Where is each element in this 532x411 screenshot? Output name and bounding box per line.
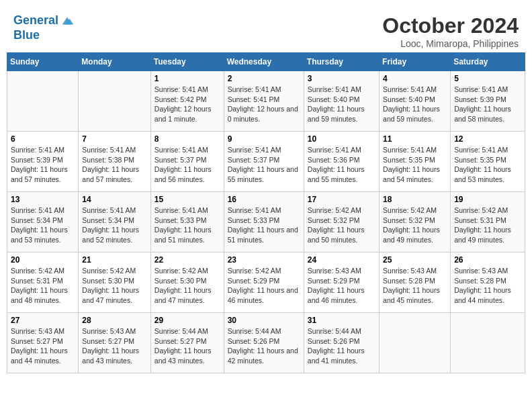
logo-icon <box>60 13 75 28</box>
calendar-cell <box>79 71 150 132</box>
day-info: Sunrise: 5:41 AMSunset: 5:36 PMDaylight:… <box>308 146 365 183</box>
day-number: 9 <box>228 134 300 144</box>
calendar-cell: 12 Sunrise: 5:41 AMSunset: 5:35 PMDaylig… <box>451 132 525 192</box>
calendar-cell: 27 Sunrise: 5:43 AMSunset: 5:27 PMDaylig… <box>7 313 79 373</box>
day-info: Sunrise: 5:41 AMSunset: 5:37 PMDaylight:… <box>154 146 212 183</box>
day-info: Sunrise: 5:41 AMSunset: 5:40 PMDaylight:… <box>308 85 365 123</box>
day-number: 14 <box>82 195 146 204</box>
day-number: 21 <box>82 255 146 265</box>
calendar-cell <box>380 313 451 373</box>
day-number: 7 <box>82 134 146 144</box>
day-number: 26 <box>454 255 521 265</box>
day-info: Sunrise: 5:44 AMSunset: 5:26 PMDaylight:… <box>308 327 365 365</box>
calendar-cell: 16 Sunrise: 5:41 AMSunset: 5:33 PMDaylig… <box>224 192 304 253</box>
month-title: October 2024 <box>382 13 519 38</box>
calendar-cell: 15 Sunrise: 5:41 AMSunset: 5:33 PMDaylig… <box>150 192 224 253</box>
calendar-cell: 30 Sunrise: 5:44 AMSunset: 5:26 PMDaylig… <box>224 313 304 373</box>
day-info: Sunrise: 5:43 AMSunset: 5:27 PMDaylight:… <box>82 327 139 365</box>
calendar-week-1: 1 Sunrise: 5:41 AMSunset: 5:42 PMDayligh… <box>7 71 525 132</box>
day-number: 4 <box>383 74 447 83</box>
day-info: Sunrise: 5:41 AMSunset: 5:37 PMDaylight:… <box>228 146 298 183</box>
calendar-cell: 11 Sunrise: 5:41 AMSunset: 5:35 PMDaylig… <box>380 132 451 192</box>
day-number: 24 <box>308 255 375 265</box>
day-number: 29 <box>154 316 220 325</box>
day-number: 12 <box>454 134 521 144</box>
day-number: 3 <box>308 74 375 83</box>
day-number: 22 <box>154 255 220 265</box>
day-info: Sunrise: 5:41 AMSunset: 5:33 PMDaylight:… <box>154 206 212 244</box>
day-number: 20 <box>11 255 75 265</box>
page-header: General Blue October 2024 Looc, Mimaropa… <box>7 7 525 52</box>
day-number: 17 <box>308 195 375 204</box>
header-row: SundayMondayTuesdayWednesdayThursdayFrid… <box>7 53 525 71</box>
day-info: Sunrise: 5:41 AMSunset: 5:39 PMDaylight:… <box>11 146 68 183</box>
calendar-cell: 28 Sunrise: 5:43 AMSunset: 5:27 PMDaylig… <box>79 313 150 373</box>
calendar-week-4: 20 Sunrise: 5:42 AMSunset: 5:31 PMDaylig… <box>7 253 525 313</box>
day-info: Sunrise: 5:41 AMSunset: 5:34 PMDaylight:… <box>11 206 68 244</box>
day-number: 30 <box>228 316 300 325</box>
weekday-header-monday: Monday <box>79 53 150 71</box>
day-info: Sunrise: 5:42 AMSunset: 5:30 PMDaylight:… <box>82 267 139 304</box>
weekday-header-thursday: Thursday <box>304 53 379 71</box>
calendar-cell: 2 Sunrise: 5:41 AMSunset: 5:41 PMDayligh… <box>224 71 304 132</box>
day-info: Sunrise: 5:42 AMSunset: 5:31 PMDaylight:… <box>11 267 68 304</box>
day-info: Sunrise: 5:42 AMSunset: 5:29 PMDaylight:… <box>228 267 298 304</box>
day-number: 15 <box>154 195 220 204</box>
day-number: 10 <box>308 134 375 144</box>
day-number: 18 <box>383 195 447 204</box>
day-info: Sunrise: 5:41 AMSunset: 5:35 PMDaylight:… <box>383 146 440 183</box>
day-info: Sunrise: 5:41 AMSunset: 5:38 PMDaylight:… <box>82 146 139 183</box>
calendar-cell: 17 Sunrise: 5:42 AMSunset: 5:32 PMDaylig… <box>304 192 379 253</box>
logo-text2: Blue <box>13 28 75 43</box>
day-number: 19 <box>454 195 521 204</box>
day-info: Sunrise: 5:41 AMSunset: 5:39 PMDaylight:… <box>454 85 511 123</box>
calendar-cell: 10 Sunrise: 5:41 AMSunset: 5:36 PMDaylig… <box>304 132 379 192</box>
calendar-cell: 19 Sunrise: 5:42 AMSunset: 5:31 PMDaylig… <box>451 192 525 253</box>
day-number: 31 <box>308 316 375 325</box>
weekday-header-sunday: Sunday <box>7 53 79 71</box>
calendar-table: SundayMondayTuesdayWednesdayThursdayFrid… <box>7 52 525 373</box>
calendar-cell: 1 Sunrise: 5:41 AMSunset: 5:42 PMDayligh… <box>150 71 224 132</box>
day-info: Sunrise: 5:43 AMSunset: 5:28 PMDaylight:… <box>383 267 440 304</box>
day-info: Sunrise: 5:42 AMSunset: 5:32 PMDaylight:… <box>383 206 440 244</box>
day-info: Sunrise: 5:41 AMSunset: 5:40 PMDaylight:… <box>383 85 440 123</box>
weekday-header-wednesday: Wednesday <box>224 53 304 71</box>
title-area: October 2024 Looc, Mimaropa, Philippines <box>382 13 519 49</box>
calendar-cell: 6 Sunrise: 5:41 AMSunset: 5:39 PMDayligh… <box>7 132 79 192</box>
day-info: Sunrise: 5:41 AMSunset: 5:35 PMDaylight:… <box>454 146 511 183</box>
location-text: Looc, Mimaropa, Philippines <box>382 38 519 49</box>
day-info: Sunrise: 5:42 AMSunset: 5:30 PMDaylight:… <box>154 267 212 304</box>
day-number: 13 <box>11 195 75 204</box>
day-info: Sunrise: 5:44 AMSunset: 5:27 PMDaylight:… <box>154 327 212 365</box>
day-number: 2 <box>228 74 300 83</box>
day-number: 8 <box>154 134 220 144</box>
calendar-cell: 20 Sunrise: 5:42 AMSunset: 5:31 PMDaylig… <box>7 253 79 313</box>
calendar-cell: 25 Sunrise: 5:43 AMSunset: 5:28 PMDaylig… <box>380 253 451 313</box>
day-info: Sunrise: 5:44 AMSunset: 5:26 PMDaylight:… <box>228 327 298 365</box>
calendar-cell: 29 Sunrise: 5:44 AMSunset: 5:27 PMDaylig… <box>150 313 224 373</box>
day-info: Sunrise: 5:43 AMSunset: 5:29 PMDaylight:… <box>308 267 365 304</box>
calendar-cell: 13 Sunrise: 5:41 AMSunset: 5:34 PMDaylig… <box>7 192 79 253</box>
day-number: 11 <box>383 134 447 144</box>
logo-text: General <box>13 13 58 28</box>
calendar-week-5: 27 Sunrise: 5:43 AMSunset: 5:27 PMDaylig… <box>7 313 525 373</box>
day-info: Sunrise: 5:41 AMSunset: 5:42 PMDaylight:… <box>154 85 212 123</box>
day-info: Sunrise: 5:42 AMSunset: 5:32 PMDaylight:… <box>308 206 365 244</box>
day-info: Sunrise: 5:43 AMSunset: 5:27 PMDaylight:… <box>11 327 68 365</box>
calendar-cell <box>7 71 79 132</box>
day-number: 5 <box>454 74 521 83</box>
calendar-cell: 14 Sunrise: 5:41 AMSunset: 5:34 PMDaylig… <box>79 192 150 253</box>
day-info: Sunrise: 5:41 AMSunset: 5:41 PMDaylight:… <box>228 85 298 123</box>
weekday-header-saturday: Saturday <box>451 53 525 71</box>
calendar-week-3: 13 Sunrise: 5:41 AMSunset: 5:34 PMDaylig… <box>7 192 525 253</box>
calendar-cell: 9 Sunrise: 5:41 AMSunset: 5:37 PMDayligh… <box>224 132 304 192</box>
day-number: 25 <box>383 255 447 265</box>
calendar-cell: 31 Sunrise: 5:44 AMSunset: 5:26 PMDaylig… <box>304 313 379 373</box>
day-info: Sunrise: 5:42 AMSunset: 5:31 PMDaylight:… <box>454 206 511 244</box>
calendar-cell: 3 Sunrise: 5:41 AMSunset: 5:40 PMDayligh… <box>304 71 379 132</box>
calendar-cell: 8 Sunrise: 5:41 AMSunset: 5:37 PMDayligh… <box>150 132 224 192</box>
day-number: 6 <box>11 134 75 144</box>
calendar-cell: 21 Sunrise: 5:42 AMSunset: 5:30 PMDaylig… <box>79 253 150 313</box>
weekday-header-tuesday: Tuesday <box>150 53 224 71</box>
day-number: 1 <box>154 74 220 83</box>
